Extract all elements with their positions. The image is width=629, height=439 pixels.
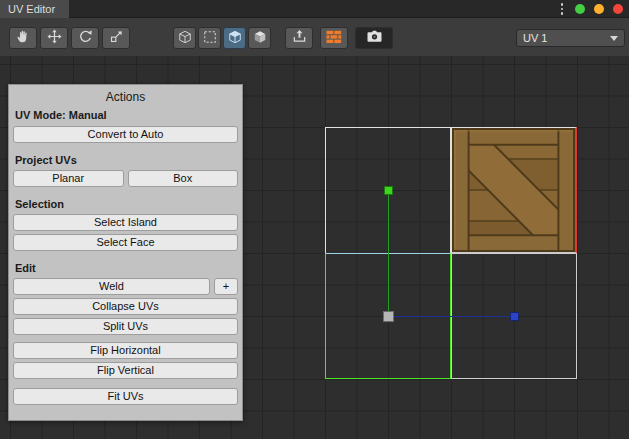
gizmo-center-handle[interactable]: [383, 311, 394, 322]
window-tab[interactable]: UV Editor: [0, 0, 69, 18]
render-uv-template-button[interactable]: [355, 27, 393, 49]
bricks-icon: [326, 30, 342, 47]
box-button[interactable]: Box: [128, 170, 239, 187]
uv-mode-label: UV Mode: Manual: [13, 109, 238, 126]
camera-icon: [366, 29, 383, 47]
chevron-down-icon: [610, 36, 618, 41]
pan-tool-button[interactable]: [9, 27, 37, 49]
scale-icon: [109, 29, 124, 47]
gizmo-x-handle[interactable]: [510, 312, 519, 321]
weld-row: Weld +: [13, 278, 238, 295]
texture-preview-button[interactable]: [320, 27, 348, 49]
edit-label: Edit: [15, 262, 236, 274]
cube-wire-icon: [178, 30, 192, 47]
titlebar: UV Editor: [0, 0, 629, 18]
window-tab-label: UV Editor: [8, 3, 55, 15]
flip-horizontal-button[interactable]: Flip Horizontal: [13, 342, 238, 359]
rotate-icon: [78, 29, 93, 47]
tool-group-utilities: [285, 27, 393, 49]
uv-channel-dropdown[interactable]: UV 1: [516, 29, 625, 47]
planar-button[interactable]: Planar: [13, 170, 124, 187]
uv-editor-window: UV Editor: [0, 0, 629, 439]
collapse-uvs-button[interactable]: Collapse UVs: [13, 298, 238, 315]
cube-face-icon: [228, 30, 242, 47]
actions-panel: Actions UV Mode: Manual Convert to Auto …: [8, 84, 243, 421]
marquee-mode-button[interactable]: [198, 27, 221, 49]
move-icon: [47, 29, 62, 47]
window-dot-red[interactable]: [613, 4, 623, 14]
fit-uvs-button[interactable]: Fit UVs: [13, 388, 238, 405]
window-dot-yellow[interactable]: [594, 4, 604, 14]
weld-button[interactable]: Weld: [13, 278, 210, 295]
project-uvs-row: Planar Box: [13, 170, 238, 187]
marquee-icon: [203, 30, 217, 47]
panel-title: Actions: [13, 85, 238, 109]
project-uvs-label: Project UVs: [15, 154, 236, 166]
uv-channel-value: UV 1: [523, 32, 547, 44]
uv-quad-crate-texture[interactable]: [451, 127, 577, 253]
face-mode-button[interactable]: [223, 27, 246, 49]
hand-icon: [16, 29, 31, 47]
kebab-menu-icon[interactable]: [558, 1, 566, 17]
tool-group-selection-mode: [173, 27, 271, 49]
titlebar-controls: [558, 0, 623, 18]
rotate-tool-button[interactable]: [71, 27, 99, 49]
move-tool-button[interactable]: [40, 27, 68, 49]
shaded-mode-button[interactable]: [248, 27, 271, 49]
window-dot-green[interactable]: [575, 4, 585, 14]
toolbar: UV 1: [0, 18, 629, 56]
object-mode-button[interactable]: [173, 27, 196, 49]
crate-texture: [452, 128, 575, 252]
export-icon: [292, 29, 307, 47]
tool-group-transform: [9, 27, 130, 49]
cube-shaded-icon: [253, 30, 267, 47]
gizmo-x-axis: [388, 316, 514, 317]
selection-label: Selection: [15, 198, 236, 210]
convert-to-auto-button[interactable]: Convert to Auto: [13, 126, 238, 143]
weld-options-button[interactable]: +: [214, 278, 238, 295]
split-uvs-button[interactable]: Split UVs: [13, 318, 238, 335]
export-uv-button[interactable]: [285, 27, 313, 49]
flip-vertical-button[interactable]: Flip Vertical: [13, 362, 238, 379]
select-face-button[interactable]: Select Face: [13, 234, 238, 251]
scale-tool-button[interactable]: [102, 27, 130, 49]
gizmo-y-axis: [388, 190, 389, 316]
select-island-button[interactable]: Select Island: [13, 214, 238, 231]
gizmo-y-handle[interactable]: [384, 186, 393, 195]
